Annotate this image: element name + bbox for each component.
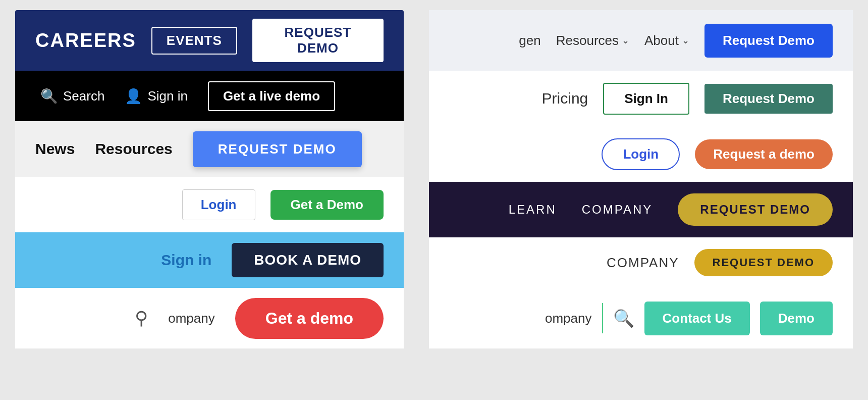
signin-label: Sign in [147, 88, 188, 104]
right-bar-5: COMPANY REQUEST DEMO [429, 237, 853, 288]
get-demo-button-4[interactable]: Get a Demo [270, 190, 384, 220]
book-demo-button[interactable]: BOOK A DEMO [232, 243, 384, 277]
about-chevron-icon: ⌄ [682, 35, 689, 46]
contact-us-button[interactable]: Contact Us [644, 302, 750, 335]
login-button-r3[interactable]: Login [602, 138, 680, 170]
nav-bar-5: Sign in BOOK A DEMO [15, 232, 404, 288]
nav-bar-3: News Resources REQUEST DEMO [15, 121, 404, 177]
divider [602, 303, 603, 333]
resources-nav[interactable]: Resources [95, 140, 172, 158]
company-label: ompany [168, 311, 215, 326]
nav-bar-6: ⚲ ompany Get a demo [15, 288, 404, 348]
right-panel: gen Resources ⌄ About ⌄ Request Demo Pri… [429, 10, 853, 348]
company-nav-r5[interactable]: COMPANY [607, 255, 679, 271]
nav-bar-2: 🔍 Search 👤 Sign in Get a live demo [15, 71, 404, 121]
signin-button-r2[interactable]: Sign In [603, 83, 689, 115]
request-demo-orange-button[interactable]: Request a demo [695, 139, 833, 169]
user-icon: 👤 [125, 88, 142, 105]
right-bar-1: gen Resources ⌄ About ⌄ Request Demo [429, 10, 853, 71]
demo-button-r6[interactable]: Demo [760, 302, 833, 335]
about-nav-r[interactable]: About ⌄ [644, 33, 689, 48]
nav-bar-4: Login Get a Demo [15, 177, 404, 232]
nav-bar-1: CAREERS EVENTS REQUEST DEMO [15, 10, 404, 71]
resources-nav-r[interactable]: Resources ⌄ [556, 33, 629, 48]
request-demo-button-3[interactable]: REQUEST DEMO [193, 131, 362, 167]
right-bar-4: LEARN COMPANY REQUEST DEMO [429, 182, 853, 237]
request-demo-yellow-button[interactable]: REQUEST DEMO [694, 249, 833, 276]
login-button-4[interactable]: Login [182, 189, 255, 220]
request-demo-button-1[interactable]: REQUEST DEMO [252, 19, 384, 62]
request-demo-button-r2[interactable]: Request Demo [704, 84, 833, 114]
search-label: Search [63, 88, 104, 104]
news-nav[interactable]: News [35, 140, 75, 158]
get-live-demo-button[interactable]: Get a live demo [208, 81, 335, 111]
company-text-6: ompany [168, 311, 215, 326]
signin-light[interactable]: Sign in [161, 252, 211, 269]
request-demo-gold-button[interactable]: REQUEST DEMO [678, 193, 833, 226]
pricing-nav[interactable]: Pricing [542, 90, 588, 107]
gen-nav[interactable]: gen [519, 33, 540, 48]
search-icon-6[interactable]: ⚲ [135, 308, 148, 329]
left-panel: CAREERS EVENTS REQUEST DEMO 🔍 Search 👤 S… [15, 10, 404, 348]
careers-label: CAREERS [35, 30, 136, 52]
right-bar-3: Login Request a demo [429, 126, 853, 182]
events-button[interactable]: EVENTS [151, 27, 237, 55]
company-nav-dark[interactable]: COMPANY [582, 203, 653, 217]
search-icon: 🔍 [40, 88, 58, 105]
get-demo-red-button[interactable]: Get a demo [235, 298, 384, 339]
resources-chevron-icon: ⌄ [622, 35, 629, 46]
search-icon-r6[interactable]: 🔍 [613, 308, 634, 328]
search-area[interactable]: 🔍 Search [40, 88, 104, 105]
learn-nav[interactable]: LEARN [509, 203, 557, 217]
signin-area[interactable]: 👤 Sign in [125, 88, 188, 105]
right-bar-2: Pricing Sign In Request Demo [429, 71, 853, 126]
right-bar-6: ompany 🔍 Contact Us Demo [429, 288, 853, 348]
company-text-r6: ompany [545, 311, 592, 326]
request-demo-button-r1[interactable]: Request Demo [704, 24, 833, 58]
